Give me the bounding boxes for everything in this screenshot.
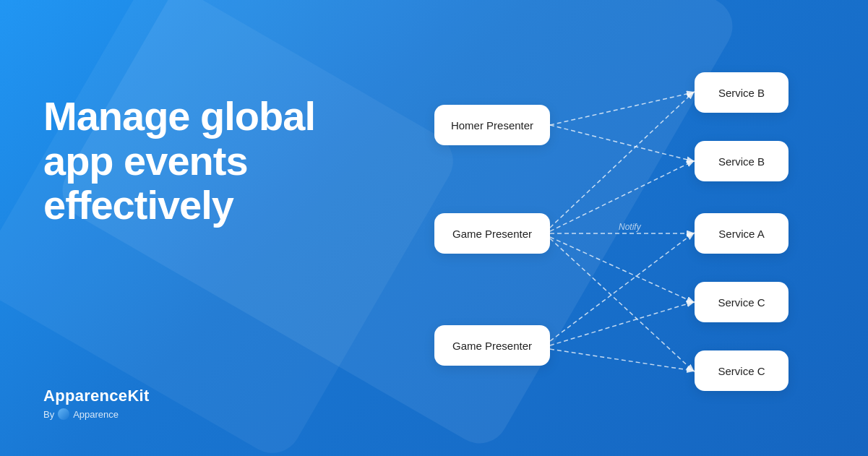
brand-name: ApparenceKit (43, 387, 150, 405)
brand-by-line: By Apparence (43, 408, 150, 420)
main-title: Manage global app events effectively (43, 94, 347, 228)
presenter-homer: Homer Presenter (434, 105, 550, 145)
svg-line-7 (550, 238, 693, 371)
branding-section: ApparenceKit By Apparence (43, 387, 150, 420)
service-b-1: Service B (695, 72, 788, 113)
svg-line-3 (550, 161, 693, 231)
service-b-2: Service B (695, 141, 788, 181)
apparence-logo-icon (58, 408, 69, 420)
diagram-area: Notify Homer Presenter Game Presenter Ga… (362, 0, 868, 456)
svg-line-0 (550, 93, 693, 125)
left-section: Manage global app events effectively (43, 94, 347, 228)
service-a: Service A (695, 213, 788, 254)
svg-line-9 (550, 302, 693, 345)
svg-line-2 (550, 93, 693, 228)
svg-line-8 (550, 233, 693, 341)
service-c-2: Service C (695, 350, 788, 391)
background: Manage global app events effectively App… (0, 0, 868, 456)
presenter-game-2: Game Presenter (434, 325, 550, 366)
svg-line-10 (550, 349, 693, 371)
svg-line-6 (550, 237, 693, 302)
svg-text:Notify: Notify (619, 222, 642, 232)
presenter-game-1: Game Presenter (434, 213, 550, 254)
svg-line-1 (550, 125, 693, 161)
service-c-1: Service C (695, 282, 788, 322)
